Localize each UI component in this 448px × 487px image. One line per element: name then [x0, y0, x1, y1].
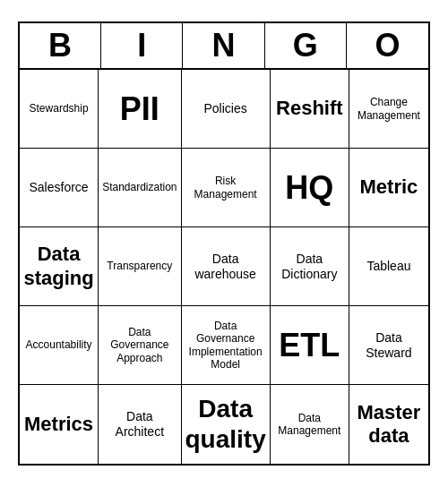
header-letter-G: G — [265, 23, 347, 68]
bingo-cell-4: Change Management — [349, 70, 428, 149]
bingo-cell-21: Data Architect — [99, 385, 181, 464]
header-letter-N: N — [183, 23, 264, 68]
bingo-cell-1: PII — [99, 70, 181, 149]
bingo-cell-12: Data warehouse — [182, 227, 271, 306]
bingo-cell-9: Metric — [349, 149, 428, 227]
bingo-cell-23: Data Management — [271, 385, 349, 464]
bingo-cell-17: Data Governance Implementation Model — [182, 306, 271, 385]
bingo-cell-0: Stewardship — [20, 70, 99, 149]
bingo-cell-10: Data staging — [20, 227, 99, 306]
header-letter-O: O — [347, 23, 428, 68]
bingo-cell-15: Accountability — [20, 306, 99, 385]
bingo-grid: StewardshipPIIPoliciesReshiftChange Mana… — [20, 70, 428, 464]
bingo-cell-16: Data Governance Approach — [99, 306, 181, 385]
bingo-cell-20: Metrics — [20, 385, 99, 464]
bingo-cell-2: Policies — [182, 70, 271, 149]
bingo-cell-11: Transparency — [99, 227, 181, 306]
bingo-cell-14: Tableau — [349, 227, 428, 306]
bingo-cell-24: Master data — [349, 385, 428, 464]
bingo-cell-6: Standardization — [99, 149, 181, 227]
bingo-cell-7: Risk Management — [182, 149, 271, 227]
bingo-header: BINGO — [20, 23, 428, 70]
bingo-cell-13: Data Dictionary — [271, 227, 349, 306]
bingo-cell-18: ETL — [271, 306, 349, 385]
bingo-cell-3: Reshift — [271, 70, 349, 149]
bingo-card: BINGO StewardshipPIIPoliciesReshiftChang… — [18, 21, 430, 466]
header-letter-B: B — [20, 23, 101, 68]
bingo-cell-5: Salesforce — [20, 149, 99, 227]
bingo-cell-8: HQ — [271, 149, 349, 227]
bingo-cell-19: Data Steward — [349, 306, 428, 385]
bingo-cell-22: Data quality — [182, 385, 271, 464]
header-letter-I: I — [101, 23, 183, 68]
